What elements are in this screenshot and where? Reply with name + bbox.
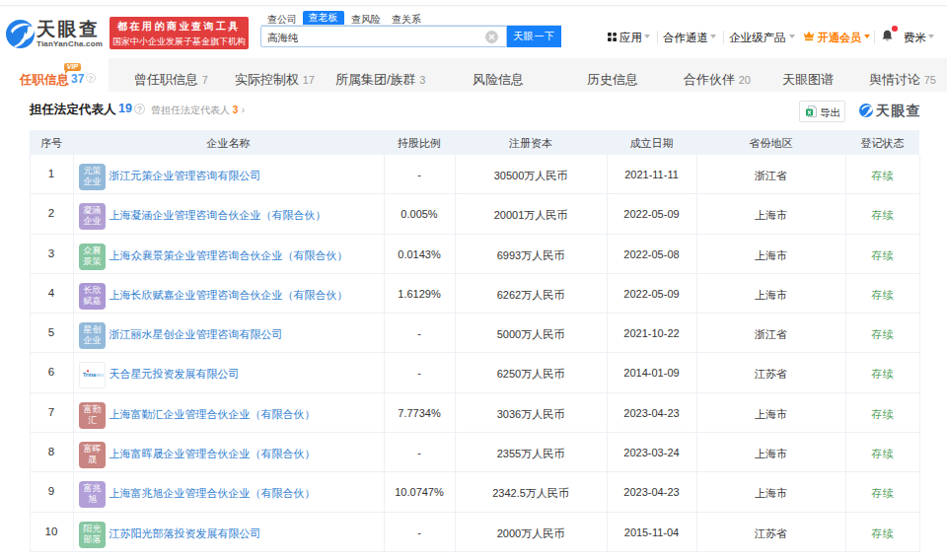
svg-text:GROUP: GROUP	[95, 374, 104, 378]
